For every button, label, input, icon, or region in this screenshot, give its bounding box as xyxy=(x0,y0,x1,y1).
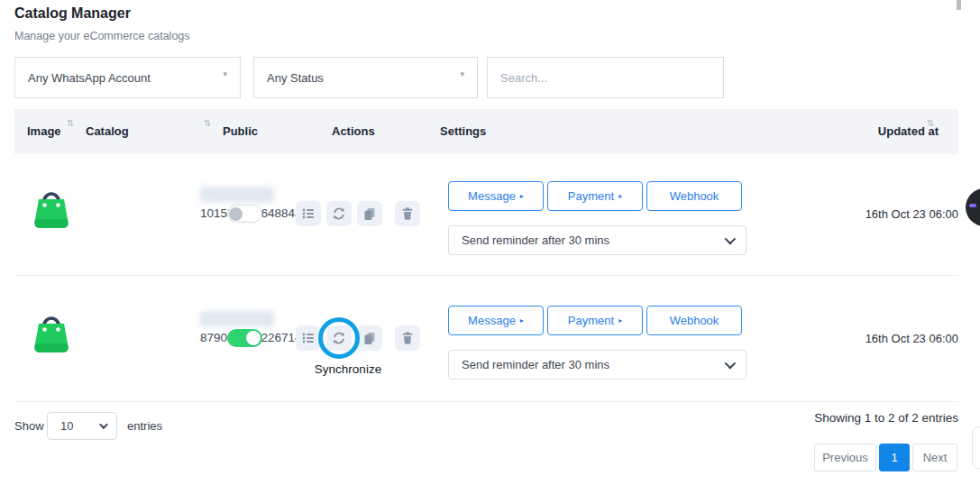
submenu-caret-icon: ▸ xyxy=(618,192,622,200)
duplicate-button[interactable] xyxy=(357,325,382,351)
column-header-image[interactable]: Image xyxy=(27,124,61,138)
list-icon xyxy=(301,206,316,221)
sort-icon[interactable]: ⇅ xyxy=(927,118,934,128)
copy-icon xyxy=(362,206,377,221)
duplicate-button[interactable] xyxy=(357,201,382,226)
edge-cutoff-card xyxy=(972,426,980,469)
submenu-caret-icon: ▸ xyxy=(520,316,524,325)
synchronize-annotation-label: Synchronize xyxy=(285,362,411,376)
status-select[interactable]: Any Status ▾ xyxy=(253,57,478,98)
caret-down-icon: ▾ xyxy=(460,69,464,78)
trash-icon xyxy=(400,331,415,345)
webhook-settings-button[interactable]: Webhook xyxy=(646,181,742,211)
next-page-button[interactable]: Next xyxy=(912,444,957,471)
updated-at: 16th Oct 23 06:00 xyxy=(778,332,958,345)
column-header-catalog[interactable]: Catalog xyxy=(86,124,129,138)
table-header: Image ⇅ Catalog ⇅ Public Actions Setting… xyxy=(14,109,958,154)
webhook-settings-label: Webhook xyxy=(670,189,719,203)
page-size-select[interactable]: 10 xyxy=(47,412,117,440)
sort-icon[interactable]: ⇅ xyxy=(204,118,211,128)
message-settings-label: Message xyxy=(468,314,516,327)
row-divider xyxy=(14,401,958,402)
sync-icon xyxy=(332,331,346,345)
search-input[interactable] xyxy=(487,57,724,98)
delete-button[interactable] xyxy=(395,325,420,351)
entries-summary: Showing 1 to 2 of 2 entries xyxy=(688,411,958,425)
submenu-caret-icon: ▸ xyxy=(618,316,622,325)
reminder-select[interactable]: Send reminder after 30 mins xyxy=(448,350,746,380)
payment-settings-button[interactable]: Payment ▸ xyxy=(547,181,643,211)
page-title: Catalog Manager xyxy=(14,5,131,22)
floating-widget-button[interactable] xyxy=(966,188,980,226)
reminder-select-value: Send reminder after 30 mins xyxy=(462,358,609,371)
list-icon xyxy=(301,331,316,345)
webhook-settings-button[interactable]: Webhook xyxy=(646,306,742,335)
status-select-value: Any Status xyxy=(267,71,324,85)
widget-logo-icon xyxy=(969,204,976,207)
chevron-down-icon xyxy=(99,420,108,429)
message-settings-button[interactable]: Message ▸ xyxy=(448,306,544,335)
webhook-settings-label: Webhook xyxy=(670,314,719,327)
public-toggle[interactable] xyxy=(227,329,262,347)
catalog-manager-page: Catalog Manager Manage your eCommerce ca… xyxy=(0,0,980,485)
payment-settings-button[interactable]: Payment ▸ xyxy=(547,306,643,335)
reminder-select[interactable]: Send reminder after 30 mins xyxy=(448,225,746,255)
show-label: Show xyxy=(14,419,44,433)
catalog-bag-icon xyxy=(30,307,73,354)
column-header-actions[interactable]: Actions xyxy=(332,124,375,138)
entries-label: entries xyxy=(127,419,162,433)
catalog-name-redacted xyxy=(200,187,274,203)
message-settings-label: Message xyxy=(468,189,516,203)
chevron-down-icon xyxy=(725,233,737,245)
page-subtitle: Manage your eCommerce catalogs xyxy=(14,30,190,42)
public-toggle[interactable] xyxy=(227,205,262,223)
whatsapp-account-select[interactable]: Any WhatsApp Account ▾ xyxy=(14,57,241,98)
column-header-updated-at[interactable]: Updated at xyxy=(848,124,939,138)
column-header-settings[interactable]: Settings xyxy=(440,124,486,138)
copy-icon xyxy=(362,331,377,345)
payment-settings-label: Payment xyxy=(568,189,614,203)
trash-icon xyxy=(400,206,415,221)
caret-down-icon: ▾ xyxy=(223,69,227,78)
list-products-button[interactable] xyxy=(296,325,321,351)
reminder-select-value: Send reminder after 30 mins xyxy=(462,233,609,247)
scrollbar-fragment[interactable] xyxy=(957,0,961,10)
column-header-public[interactable]: Public xyxy=(223,124,258,138)
submenu-caret-icon: ▸ xyxy=(520,192,524,200)
page-number-button[interactable]: 1 xyxy=(879,444,910,471)
row-divider xyxy=(14,275,958,276)
whatsapp-account-select-value: Any WhatsApp Account xyxy=(28,71,151,85)
catalog-bag-icon xyxy=(30,183,73,230)
delete-button[interactable] xyxy=(395,201,420,226)
sync-icon xyxy=(332,206,346,221)
sort-icon[interactable]: ⇅ xyxy=(67,118,74,128)
catalog-name-redacted xyxy=(200,311,274,327)
updated-at: 16th Oct 23 06:00 xyxy=(778,207,958,221)
previous-page-button[interactable]: Previous xyxy=(814,444,876,471)
chevron-down-icon xyxy=(725,358,737,370)
list-products-button[interactable] xyxy=(296,201,321,226)
page-size-value: 10 xyxy=(60,419,73,433)
synchronize-button[interactable] xyxy=(326,325,352,351)
message-settings-button[interactable]: Message ▸ xyxy=(448,181,544,211)
synchronize-button[interactable] xyxy=(326,201,352,226)
payment-settings-label: Payment xyxy=(568,314,614,327)
